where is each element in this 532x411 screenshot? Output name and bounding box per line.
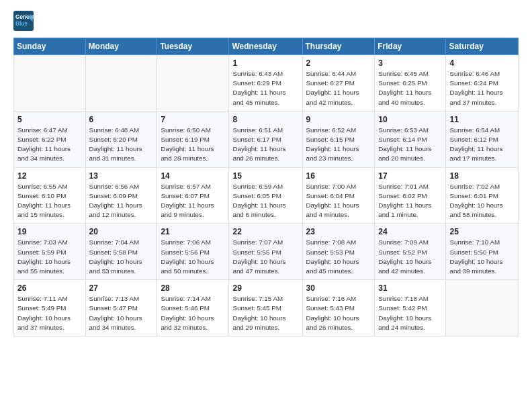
- day-info: Sunrise: 7:06 AM Sunset: 5:56 PM Dayligh…: [161, 238, 225, 276]
- day-number: 21: [161, 227, 225, 236]
- weekday-header-tuesday: Tuesday: [157, 38, 229, 55]
- day-number: 10: [378, 115, 442, 124]
- calendar-cell: 14Sunrise: 6:57 AM Sunset: 6:07 PM Dayli…: [157, 167, 229, 224]
- day-info: Sunrise: 7:04 AM Sunset: 5:58 PM Dayligh…: [89, 238, 154, 276]
- calendar-week-5: 26Sunrise: 7:11 AM Sunset: 5:49 PM Dayli…: [14, 280, 519, 336]
- calendar-cell: 11Sunrise: 6:54 AM Sunset: 6:12 PM Dayli…: [446, 111, 519, 167]
- calendar-table: SundayMondayTuesdayWednesdayThursdayFrid…: [13, 38, 519, 336]
- logo: General Blue: [13, 11, 34, 31]
- day-info: Sunrise: 7:08 AM Sunset: 5:53 PM Dayligh…: [306, 238, 371, 276]
- day-number: 28: [161, 283, 225, 293]
- calendar-cell: 22Sunrise: 7:07 AM Sunset: 5:55 PM Dayli…: [229, 224, 302, 280]
- day-info: Sunrise: 7:16 AM Sunset: 5:43 PM Dayligh…: [306, 294, 371, 332]
- day-info: Sunrise: 6:43 AM Sunset: 6:29 PM Dayligh…: [232, 69, 298, 107]
- day-info: Sunrise: 6:59 AM Sunset: 6:05 PM Dayligh…: [232, 182, 298, 220]
- calendar-cell: 29Sunrise: 7:15 AM Sunset: 5:45 PM Dayli…: [229, 280, 302, 336]
- header: General Blue: [13, 11, 519, 31]
- calendar-cell: 20Sunrise: 7:04 AM Sunset: 5:58 PM Dayli…: [85, 224, 157, 280]
- day-number: 1: [232, 58, 298, 68]
- page: General Blue SundayMondayTuesdayWednesda…: [0, 0, 532, 411]
- day-number: 8: [232, 115, 298, 124]
- day-info: Sunrise: 7:02 AM Sunset: 6:01 PM Dayligh…: [449, 182, 515, 220]
- calendar-cell: 6Sunrise: 6:48 AM Sunset: 6:20 PM Daylig…: [85, 111, 157, 167]
- day-number: 29: [232, 283, 298, 293]
- calendar-cell: 16Sunrise: 7:00 AM Sunset: 6:04 PM Dayli…: [302, 167, 375, 224]
- svg-text:Blue: Blue: [15, 21, 28, 27]
- day-number: 25: [449, 227, 515, 236]
- day-number: 4: [449, 58, 515, 68]
- day-info: Sunrise: 7:00 AM Sunset: 6:04 PM Dayligh…: [306, 182, 371, 220]
- day-info: Sunrise: 6:45 AM Sunset: 6:25 PM Dayligh…: [378, 69, 442, 107]
- day-info: Sunrise: 7:18 AM Sunset: 5:42 PM Dayligh…: [378, 294, 442, 332]
- calendar-cell: 28Sunrise: 7:14 AM Sunset: 5:46 PM Dayli…: [157, 280, 229, 336]
- day-info: Sunrise: 6:52 AM Sunset: 6:15 PM Dayligh…: [306, 126, 371, 164]
- day-info: Sunrise: 6:48 AM Sunset: 6:20 PM Dayligh…: [89, 126, 154, 164]
- day-info: Sunrise: 7:13 AM Sunset: 5:47 PM Dayligh…: [89, 294, 154, 332]
- day-number: 14: [161, 171, 225, 181]
- day-number: 27: [89, 283, 154, 293]
- day-info: Sunrise: 7:11 AM Sunset: 5:49 PM Dayligh…: [17, 294, 82, 332]
- day-info: Sunrise: 6:50 AM Sunset: 6:19 PM Dayligh…: [161, 126, 225, 164]
- day-info: Sunrise: 6:57 AM Sunset: 6:07 PM Dayligh…: [161, 182, 225, 220]
- day-number: 11: [449, 115, 515, 124]
- day-number: 13: [89, 171, 154, 181]
- day-info: Sunrise: 6:54 AM Sunset: 6:12 PM Dayligh…: [449, 126, 515, 164]
- day-info: Sunrise: 6:44 AM Sunset: 6:27 PM Dayligh…: [306, 69, 371, 107]
- calendar-cell: [157, 55, 229, 111]
- calendar-cell: 4Sunrise: 6:46 AM Sunset: 6:24 PM Daylig…: [446, 55, 519, 111]
- day-number: 23: [306, 227, 371, 236]
- calendar-cell: 1Sunrise: 6:43 AM Sunset: 6:29 PM Daylig…: [229, 55, 302, 111]
- calendar-cell: 10Sunrise: 6:53 AM Sunset: 6:14 PM Dayli…: [375, 111, 446, 167]
- calendar-cell: 13Sunrise: 6:56 AM Sunset: 6:09 PM Dayli…: [85, 167, 157, 224]
- calendar-cell: 26Sunrise: 7:11 AM Sunset: 5:49 PM Dayli…: [14, 280, 86, 336]
- day-info: Sunrise: 6:55 AM Sunset: 6:10 PM Dayligh…: [17, 182, 82, 220]
- calendar-cell: 23Sunrise: 7:08 AM Sunset: 5:53 PM Dayli…: [302, 224, 375, 280]
- day-number: 3: [378, 58, 442, 68]
- calendar-cell: 17Sunrise: 7:01 AM Sunset: 6:02 PM Dayli…: [375, 167, 446, 224]
- day-number: 15: [232, 171, 298, 181]
- day-number: 2: [306, 58, 371, 68]
- calendar-cell: 9Sunrise: 6:52 AM Sunset: 6:15 PM Daylig…: [302, 111, 375, 167]
- calendar-cell: 8Sunrise: 6:51 AM Sunset: 6:17 PM Daylig…: [229, 111, 302, 167]
- calendar-week-4: 19Sunrise: 7:03 AM Sunset: 5:59 PM Dayli…: [14, 224, 519, 280]
- day-info: Sunrise: 6:47 AM Sunset: 6:22 PM Dayligh…: [17, 126, 82, 164]
- calendar-cell: 24Sunrise: 7:09 AM Sunset: 5:52 PM Dayli…: [375, 224, 446, 280]
- weekday-header-monday: Monday: [85, 38, 157, 55]
- day-number: 7: [161, 115, 225, 124]
- calendar-cell: 19Sunrise: 7:03 AM Sunset: 5:59 PM Dayli…: [14, 224, 86, 280]
- calendar-week-1: 1Sunrise: 6:43 AM Sunset: 6:29 PM Daylig…: [14, 55, 519, 111]
- calendar-cell: 7Sunrise: 6:50 AM Sunset: 6:19 PM Daylig…: [157, 111, 229, 167]
- calendar-cell: 18Sunrise: 7:02 AM Sunset: 6:01 PM Dayli…: [446, 167, 519, 224]
- weekday-header-sunday: Sunday: [14, 38, 86, 55]
- day-info: Sunrise: 6:56 AM Sunset: 6:09 PM Dayligh…: [89, 182, 154, 220]
- calendar-cell: 12Sunrise: 6:55 AM Sunset: 6:10 PM Dayli…: [14, 167, 86, 224]
- weekday-header-row: SundayMondayTuesdayWednesdayThursdayFrid…: [14, 38, 519, 55]
- day-info: Sunrise: 7:10 AM Sunset: 5:50 PM Dayligh…: [449, 238, 515, 276]
- day-info: Sunrise: 7:15 AM Sunset: 5:45 PM Dayligh…: [232, 294, 298, 332]
- calendar-cell: 2Sunrise: 6:44 AM Sunset: 6:27 PM Daylig…: [302, 55, 375, 111]
- calendar-cell: [446, 280, 519, 336]
- day-number: 9: [306, 115, 371, 124]
- calendar-cell: 21Sunrise: 7:06 AM Sunset: 5:56 PM Dayli…: [157, 224, 229, 280]
- day-number: 20: [89, 227, 154, 236]
- day-info: Sunrise: 7:09 AM Sunset: 5:52 PM Dayligh…: [378, 238, 442, 276]
- day-number: 6: [89, 115, 154, 124]
- day-info: Sunrise: 7:03 AM Sunset: 5:59 PM Dayligh…: [17, 238, 82, 276]
- day-info: Sunrise: 7:01 AM Sunset: 6:02 PM Dayligh…: [378, 182, 442, 220]
- day-info: Sunrise: 7:14 AM Sunset: 5:46 PM Dayligh…: [161, 294, 225, 332]
- weekday-header-thursday: Thursday: [302, 38, 375, 55]
- day-number: 26: [17, 283, 82, 293]
- day-info: Sunrise: 6:53 AM Sunset: 6:14 PM Dayligh…: [378, 126, 442, 164]
- logo-icon: General Blue: [13, 11, 34, 31]
- day-number: 5: [17, 115, 82, 124]
- weekday-header-saturday: Saturday: [446, 38, 519, 55]
- calendar-cell: 25Sunrise: 7:10 AM Sunset: 5:50 PM Dayli…: [446, 224, 519, 280]
- weekday-header-wednesday: Wednesday: [229, 38, 302, 55]
- day-number: 24: [378, 227, 442, 236]
- day-number: 17: [378, 171, 442, 181]
- day-number: 12: [17, 171, 82, 181]
- calendar-cell: 27Sunrise: 7:13 AM Sunset: 5:47 PM Dayli…: [85, 280, 157, 336]
- calendar-week-2: 5Sunrise: 6:47 AM Sunset: 6:22 PM Daylig…: [14, 111, 519, 167]
- calendar-cell: 15Sunrise: 6:59 AM Sunset: 6:05 PM Dayli…: [229, 167, 302, 224]
- calendar-cell: 30Sunrise: 7:16 AM Sunset: 5:43 PM Dayli…: [302, 280, 375, 336]
